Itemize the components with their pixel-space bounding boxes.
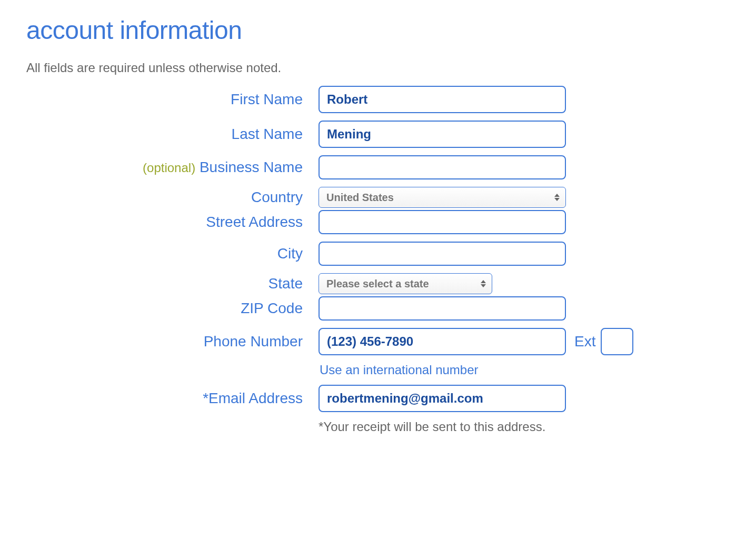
state-select[interactable]: Please select a state bbox=[319, 273, 492, 294]
business-name-input[interactable] bbox=[319, 155, 566, 179]
email-address-label: *Email Address bbox=[26, 390, 319, 407]
business-name-label: (optional) Business Name bbox=[26, 159, 319, 176]
zip-code-input[interactable] bbox=[319, 296, 566, 321]
street-address-input[interactable] bbox=[319, 210, 566, 234]
phone-number-label: Phone Number bbox=[26, 333, 319, 350]
street-address-label: Street Address bbox=[26, 214, 319, 231]
international-number-link[interactable]: Use an international number bbox=[319, 363, 479, 377]
phone-number-input[interactable] bbox=[319, 328, 566, 355]
first-name-label: First Name bbox=[26, 91, 319, 108]
state-label: State bbox=[26, 275, 319, 292]
zip-code-label: ZIP Code bbox=[26, 300, 319, 317]
optional-tag: (optional) bbox=[143, 161, 195, 175]
page-title: account information bbox=[26, 16, 710, 45]
city-label: City bbox=[26, 245, 319, 262]
ext-label: Ext bbox=[574, 333, 595, 350]
required-fields-note: All fields are required unless otherwise… bbox=[26, 61, 710, 75]
last-name-input[interactable] bbox=[319, 121, 566, 148]
country-select[interactable]: United States bbox=[319, 187, 566, 208]
first-name-input[interactable] bbox=[319, 86, 566, 113]
receipt-note: *Your receipt will be sent to this addre… bbox=[319, 419, 710, 434]
country-label: Country bbox=[26, 189, 319, 206]
required-asterisk: * bbox=[203, 390, 208, 406]
ext-input[interactable] bbox=[601, 328, 633, 355]
last-name-label: Last Name bbox=[26, 126, 319, 143]
city-input[interactable] bbox=[319, 242, 566, 266]
email-address-input[interactable] bbox=[319, 385, 566, 412]
